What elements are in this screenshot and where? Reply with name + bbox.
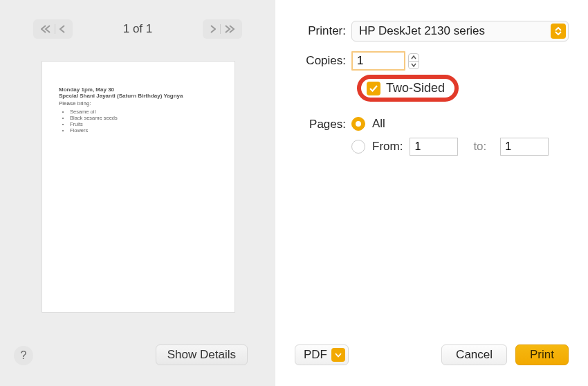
doc-item: Black sesame seeds — [70, 115, 218, 121]
pages-to-label: to: — [473, 140, 486, 154]
last-page-icon — [223, 25, 237, 33]
select-chevrons-icon — [551, 24, 566, 39]
two-sided-highlight: Two-Sided — [357, 75, 459, 102]
show-details-button[interactable]: Show Details — [156, 344, 248, 365]
pages-option-range: From: to: — [351, 138, 549, 156]
copies-input[interactable] — [351, 51, 405, 71]
prev-page-button-group[interactable] — [33, 19, 73, 39]
stepper-up-icon — [408, 53, 419, 62]
page-nav: 1 of 1 — [0, 0, 275, 39]
doc-item: Sesame oil — [70, 109, 218, 115]
pages-label: Pages: — [295, 117, 351, 131]
page-indicator: 1 of 1 — [123, 22, 153, 36]
next-page-button-group[interactable] — [203, 19, 242, 39]
next-page-icon — [208, 25, 218, 33]
stepper-down-icon — [408, 61, 419, 69]
printer-row: Printer: HP DeskJet 2130 series — [295, 21, 569, 42]
pdf-label: PDF — [304, 348, 327, 362]
cancel-button[interactable]: Cancel — [441, 344, 507, 365]
bottom-bar: PDF Cancel Print — [275, 344, 588, 365]
pages-range-radio[interactable] — [351, 140, 365, 154]
printer-select[interactable]: HP DeskJet 2130 series — [351, 21, 569, 42]
help-icon: ? — [21, 349, 27, 362]
pages-option-all: All — [351, 117, 549, 131]
doc-item: Fruits — [70, 121, 218, 127]
copies-stepper[interactable] — [408, 53, 419, 69]
pages-from-input[interactable] — [410, 138, 458, 156]
pages-all-radio[interactable] — [351, 117, 365, 131]
pages-all-label: All — [372, 117, 385, 131]
copies-label: Copies: — [295, 54, 351, 68]
first-page-icon — [39, 25, 53, 33]
pages-to-input[interactable] — [500, 138, 549, 156]
doc-item: Flowers — [70, 127, 218, 134]
pages-row: Pages: All From: to: — [295, 117, 569, 163]
copies-row: Copies: — [295, 51, 569, 71]
two-sided-checkbox[interactable] — [367, 82, 380, 95]
printer-label: Printer: — [295, 24, 351, 38]
prev-page-icon — [57, 25, 67, 33]
doc-line1: Monday 1pm, May 30 — [59, 86, 218, 93]
pdf-button[interactable]: PDF — [295, 344, 349, 365]
chevron-down-icon — [331, 348, 345, 362]
pages-from-label: From: — [372, 140, 403, 154]
preview-pane: 1 of 1 Monday 1pm, May 30 Special Shani … — [0, 0, 275, 386]
two-sided-label: Two-Sided — [386, 81, 445, 95]
page-preview: Monday 1pm, May 30 Special Shani Jayanti… — [42, 61, 235, 313]
printer-value: HP DeskJet 2130 series — [359, 24, 485, 38]
help-button[interactable]: ? — [14, 346, 33, 365]
print-button[interactable]: Print — [515, 344, 569, 365]
doc-bring-label: Please bring: — [59, 100, 218, 107]
settings-pane: Printer: HP DeskJet 2130 series Copies: — [275, 0, 588, 386]
doc-line2: Special Shani Jayanti (Saturn Birthday) … — [59, 93, 218, 99]
